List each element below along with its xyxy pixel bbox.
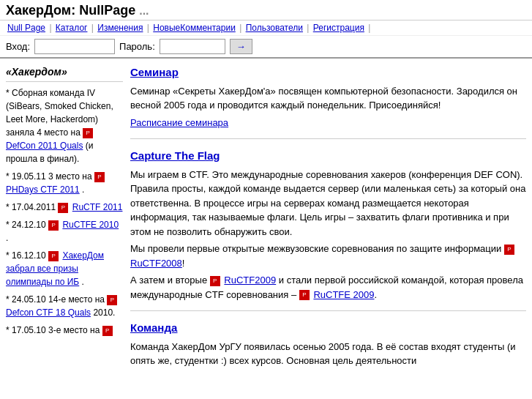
section-seminar: Семинар Семинар «Секреты ХакерДом'а» пос… xyxy=(130,64,526,139)
ructfe2009-link[interactable]: RuCTFE 2009 xyxy=(313,289,374,300)
page-icon: P xyxy=(504,245,514,255)
ructf2008-link[interactable]: RuCTF2008 xyxy=(130,258,182,269)
schedule-link[interactable]: Расписание семинара xyxy=(130,117,228,128)
content-area: Семинар Семинар «Секреты ХакерДом'а» пос… xyxy=(130,64,526,386)
sidebar: «Хакердом» * Сборная команда IV (SiBears… xyxy=(6,64,123,386)
page-icon: P xyxy=(58,203,68,213)
sidebar-link-ructfe2010[interactable]: RuCTFE 2010 xyxy=(62,220,119,230)
ctf-text-1: Мы играем в CTF. Это международные сорев… xyxy=(130,168,526,239)
sidebar-title: «Хакердом» xyxy=(6,64,123,82)
seminar-schedule-link: Расписание семинара xyxy=(130,116,526,130)
login-bar: Вход: Пароль: → xyxy=(0,36,532,59)
seminar-text: Семинар «Секреты ХакерДом'а» посвящен ко… xyxy=(130,84,526,113)
sidebar-item: * 16.12.10 P ХакерДом забрал все призы о… xyxy=(6,249,123,288)
page-icon: P xyxy=(83,128,93,138)
ctf-text-3: А затем и вторые P RuCTF2009 и стали пер… xyxy=(130,273,526,302)
section-title-ctf[interactable]: Capture The Flag xyxy=(130,148,526,165)
sidebar-item: * 19.05.11 3 место на P PHDays CTF 2011 … xyxy=(6,170,123,196)
sidebar-item: * 17.05.10 3-е место на P xyxy=(6,324,123,337)
sidebar-link-defcon18[interactable]: Defcon CTF 18 Quals xyxy=(6,307,91,318)
ctf-link[interactable]: Capture The Flag xyxy=(130,149,220,162)
login-input[interactable] xyxy=(34,39,115,54)
sidebar-item: * Сборная команда IV (SiBears, Smoked Ch… xyxy=(6,86,123,165)
page-icon: P xyxy=(299,290,310,300)
page-title: ХакерДом: NullPage ... xyxy=(6,3,526,18)
title-text: ХакерДом: NullPage xyxy=(6,3,135,18)
team-text: Команда ХакерДом УрГУ появилась осенью 2… xyxy=(130,340,526,368)
page-icon: P xyxy=(107,295,117,305)
nav-comments[interactable]: НовыеКомментарии xyxy=(153,23,236,33)
title-ellipsis: ... xyxy=(139,4,149,17)
login-label: Вход: xyxy=(6,41,30,52)
nav-changes[interactable]: Изменения xyxy=(97,23,143,33)
page-header: ХакерДом: NullPage ... xyxy=(0,0,532,20)
main-container: «Хакердом» * Сборная команда IV (SiBears… xyxy=(0,59,532,392)
password-label: Пароль: xyxy=(119,41,155,52)
navigation-bar: Null Page | Каталог | Изменения | НовыеК… xyxy=(0,20,532,36)
ructf2009-link[interactable]: RuCTF2009 xyxy=(224,275,276,286)
sidebar-item: * 17.04.2011 P RuCTF 2011 xyxy=(6,201,123,214)
section-title-team[interactable]: Команда xyxy=(130,320,526,337)
section-team: Команда Команда ХакерДом УрГУ появилась … xyxy=(130,320,526,377)
ctf-text-2: Мы провели первые открытые межвузовские … xyxy=(130,242,526,270)
sidebar-link-defcon2011quals[interactable]: DefCon 2011 Quals xyxy=(6,141,83,151)
sidebar-link-phdays[interactable]: PHDays CTF 2011 xyxy=(6,184,80,195)
team-link[interactable]: Команда xyxy=(130,321,177,334)
page-icon: P xyxy=(48,220,59,231)
page-icon: P xyxy=(210,276,220,286)
nav-users[interactable]: Пользователи xyxy=(246,23,303,33)
nav-registration[interactable]: Регистрация xyxy=(313,23,364,33)
login-button[interactable]: → xyxy=(230,39,252,54)
page-icon: P xyxy=(102,326,113,336)
sidebar-link-ructf2011[interactable]: RuCTF 2011 xyxy=(72,202,123,212)
section-ctf: Capture The Flag Мы играем в CTF. Это ме… xyxy=(130,148,526,311)
page-icon: P xyxy=(48,251,59,261)
section-title-seminar[interactable]: Семинар xyxy=(130,64,526,81)
sidebar-item: * 24.12.10 P RuCTFE 2010 . xyxy=(6,218,123,245)
password-input[interactable] xyxy=(160,39,225,54)
nav-null-page[interactable]: Null Page xyxy=(7,23,45,33)
nav-catalog[interactable]: Каталог xyxy=(56,23,88,33)
seminar-link[interactable]: Семинар xyxy=(130,66,179,78)
page-icon: P xyxy=(94,172,105,182)
sidebar-item: * 24.05.10 14-е место на P Defcon CTF 18… xyxy=(6,293,123,319)
